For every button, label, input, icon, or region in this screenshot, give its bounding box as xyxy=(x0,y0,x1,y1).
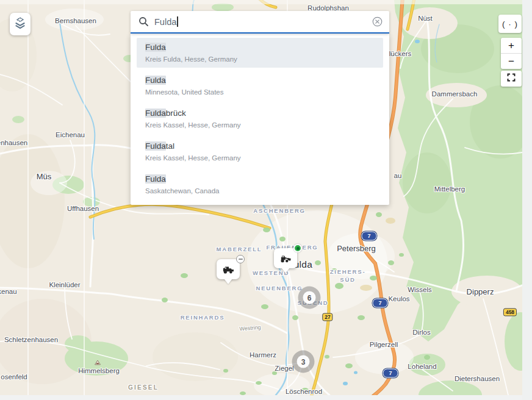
map-tile-seam xyxy=(84,0,85,395)
marker-tail xyxy=(224,279,232,284)
zoom-in-button[interactable]: + xyxy=(501,38,522,53)
zoom-out-button[interactable]: − xyxy=(501,53,522,69)
layers-button[interactable] xyxy=(10,13,31,35)
marker-tail xyxy=(281,268,290,273)
search-panel: Fulda FuldaKreis Fulda, Hesse, GermanyFu… xyxy=(131,11,389,205)
result-subtitle: Kreis Kassel, Hesse, Germany xyxy=(145,121,375,129)
fullscreen-icon xyxy=(507,73,516,84)
search-result[interactable]: FuldabrückKreis Kassel, Hesse, Germany xyxy=(137,104,383,134)
result-title: Fulda xyxy=(145,42,375,52)
road-shield: 7 xyxy=(362,232,377,241)
search-results-dropdown: FuldaKreis Fulda, Hesse, GermanyFuldaMin… xyxy=(131,34,389,205)
vehicle-marker[interactable] xyxy=(274,248,297,273)
inactive-status-badge xyxy=(236,255,245,263)
harvester-icon xyxy=(221,265,235,274)
road-shield: 27 xyxy=(322,313,332,321)
search-result[interactable]: FuldaKreis Fulda, Hesse, Germany xyxy=(137,38,383,68)
text-caret xyxy=(177,16,178,27)
result-subtitle: Minnesota, United States xyxy=(145,88,375,96)
peak-icon xyxy=(95,357,101,368)
active-status-badge xyxy=(293,244,302,252)
map-edge-strip xyxy=(0,0,522,4)
result-title: Fuldatal xyxy=(145,141,375,151)
result-subtitle: Saskatchewan, Canada xyxy=(145,187,375,195)
road-shield: 7 xyxy=(373,299,388,308)
search-result[interactable]: FuldaSaskatchewan, Canada xyxy=(137,170,383,199)
cluster-count: 3 xyxy=(297,355,310,368)
cluster-count: 6 xyxy=(303,291,316,304)
road-shield: 458 xyxy=(503,309,517,316)
vehicle-marker[interactable] xyxy=(217,259,240,284)
result-subtitle: Kreis Kassel, Hesse, Germany xyxy=(145,154,375,162)
search-input[interactable]: Fulda xyxy=(131,11,389,34)
cluster-marker[interactable]: 3 xyxy=(292,351,315,373)
zoom-controls: + − xyxy=(501,38,522,69)
layers-icon xyxy=(13,15,27,34)
locate-icon: ( · ) xyxy=(502,20,518,29)
map-tile-seam xyxy=(27,0,29,395)
cluster-marker[interactable]: 6 xyxy=(298,287,321,309)
loader-icon xyxy=(279,254,293,263)
search-query-text: Fulda xyxy=(154,17,176,27)
app-window: RudolphshanBernshausenNüstlückersDammers… xyxy=(0,0,532,400)
fullscreen-button[interactable] xyxy=(501,71,522,87)
result-title: Fuldabrück xyxy=(145,108,375,118)
page-gutter-right xyxy=(522,0,532,400)
clear-search-icon[interactable] xyxy=(372,16,383,27)
locate-button[interactable]: ( · ) xyxy=(498,15,522,33)
vehicle-marker-box[interactable] xyxy=(217,259,240,279)
vehicle-marker-box[interactable] xyxy=(274,248,297,268)
search-icon xyxy=(138,16,149,27)
result-subtitle: Kreis Fulda, Hesse, Germany xyxy=(145,55,375,63)
result-title: Fulda xyxy=(145,75,375,85)
road-shield: 7 xyxy=(383,369,398,378)
search-result[interactable]: FuldaMinnesota, United States xyxy=(137,71,383,101)
result-title: Fulda xyxy=(145,174,375,184)
page-gutter-bottom xyxy=(0,395,522,400)
search-result[interactable]: FuldatalKreis Kassel, Hesse, Germany xyxy=(137,137,383,166)
